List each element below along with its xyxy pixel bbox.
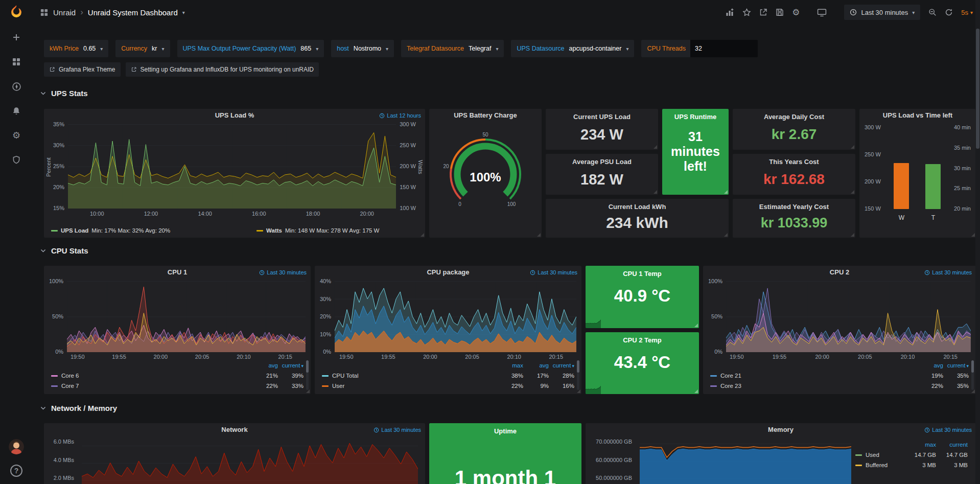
y-axis-right: 300 W250 W200 W150 W100 W (396, 124, 416, 209)
page-scrollbar-thumb[interactable] (976, 29, 979, 149)
legend-col-current[interactable]: current (936, 442, 968, 448)
legend-col-max[interactable]: max (498, 362, 523, 368)
server-admin-shield-icon[interactable] (8, 151, 25, 169)
legend-scrollbar-thumb[interactable] (577, 360, 579, 373)
panel-current-load-kwh: Current Load kWh 234 kWh (546, 199, 729, 238)
zoom-out-icon[interactable] (928, 8, 937, 16)
section-cpu-stats[interactable]: CPU Stats (40, 246, 88, 255)
panel-title[interactable]: Uptime (429, 427, 581, 435)
panel-time-override[interactable]: Last 30 minutes (374, 423, 421, 436)
panel-title[interactable]: UPS Load % (215, 111, 254, 119)
panel-title[interactable]: Estimated Yearly Cost (733, 203, 855, 211)
explore-compass-icon[interactable] (8, 78, 25, 95)
time-range-picker[interactable]: Last 30 minutes ▾ (844, 5, 920, 20)
legend-col-avg[interactable]: avg (523, 362, 549, 368)
add-panel-icon[interactable] (726, 8, 734, 17)
cpu-threads-input[interactable]: 32 (690, 40, 758, 57)
panel-title[interactable]: CPU package (427, 268, 469, 276)
memory-graph[interactable] (640, 437, 851, 484)
panel-title[interactable]: CPU 2 Temp (586, 336, 699, 344)
panel-title[interactable]: CPU 2 (830, 268, 849, 276)
cpu1-graph[interactable] (67, 281, 306, 352)
panel-title[interactable]: CPU 1 (168, 268, 187, 276)
legend-item-core7[interactable]: Core 7 (51, 383, 252, 389)
configuration-gear-icon[interactable]: ⚙ (8, 127, 25, 144)
cpu-package-graph[interactable] (335, 281, 576, 352)
save-icon[interactable] (776, 8, 784, 16)
legend-col-max[interactable]: max (904, 442, 936, 448)
bar-time-left[interactable] (925, 164, 941, 209)
panel-title[interactable]: This Years Cost (733, 158, 855, 166)
create-plus-icon[interactable] (8, 29, 25, 46)
breadcrumb-separator: › (80, 7, 83, 17)
panel-title[interactable]: Memory (768, 426, 794, 433)
variable-ups-max-output[interactable]: UPS Max Output Power Capacity (Watt) 865… (177, 40, 324, 57)
alerting-bell-icon[interactable] (8, 102, 25, 120)
cpu2-graph[interactable] (726, 281, 971, 352)
share-icon[interactable] (759, 8, 767, 16)
legend-col-avg[interactable]: avg (252, 362, 278, 368)
star-icon[interactable] (742, 8, 751, 17)
ups-load-graph[interactable] (68, 124, 396, 209)
refresh-icon[interactable] (945, 8, 953, 16)
legend-scrollbar-thumb[interactable] (306, 360, 309, 373)
legend-col-current[interactable]: current▾ (549, 362, 574, 368)
settings-gear-icon[interactable]: ⚙ (792, 8, 800, 17)
panel-time-override[interactable]: Last 30 minutes (924, 266, 972, 279)
time-range-caret-icon: ▾ (912, 10, 915, 15)
dashboards-icon[interactable] (8, 53, 25, 71)
battery-gauge: 0 20 50 100 100% (429, 131, 542, 209)
breadcrumb-dashboard-title[interactable]: Unraid System Dashboard (88, 8, 178, 17)
panel-time-override[interactable]: Last 30 minutes (924, 423, 972, 436)
panel-title[interactable]: Network (221, 426, 247, 433)
stat-value: kr 162.68 (733, 171, 855, 188)
dashboard-title-caret-icon[interactable]: ▾ (182, 10, 185, 15)
panel-title[interactable]: Average Daily Cost (733, 113, 855, 121)
legend-scrollbar-thumb[interactable] (971, 360, 974, 373)
variable-host[interactable]: host Nostromo ▾ (331, 40, 394, 57)
network-graph[interactable] (82, 440, 418, 484)
user-avatar[interactable] (9, 439, 24, 454)
link-ups-monitoring-guide[interactable]: Setting up Grafana and InfluxDB for UPS … (126, 62, 319, 77)
variable-ups-datasource[interactable]: UPS Datasource apcupsd-container ▾ (511, 40, 634, 57)
apps-grid-icon[interactable] (40, 8, 49, 17)
legend-max-value: 3 MB (904, 462, 936, 468)
legend-item-core23[interactable]: Core 23 (710, 383, 918, 389)
bar-watts[interactable] (894, 163, 909, 209)
panel-title[interactable]: UPS Battery Charge (454, 111, 517, 119)
breadcrumb-folder[interactable]: Unraid (53, 8, 76, 17)
panel-title[interactable]: Current UPS Load (546, 113, 658, 121)
legend-item-user[interactable]: User (322, 383, 498, 389)
help-icon[interactable]: ? (10, 465, 22, 477)
legend-item-watts[interactable]: Watts Min: 148 W Max: 278 W Avg: 175 W (256, 227, 379, 234)
legend-item-ups-load[interactable]: UPS Load Min: 17% Max: 32% Avg: 20% (51, 227, 256, 234)
legend-col-current[interactable]: current▾ (278, 362, 304, 368)
panel-time-override[interactable]: Last 30 minutes (530, 266, 577, 279)
panel-title[interactable]: UPS Runtime (662, 113, 729, 121)
panel-time-override[interactable]: Last 30 minutes (259, 266, 307, 279)
link-grafana-plex-theme[interactable]: Grafana Plex Theme (44, 62, 121, 77)
legend-item-used[interactable]: Used (855, 452, 904, 458)
cycle-view-tv-icon[interactable] (817, 8, 827, 17)
variable-cpu-threads[interactable]: CPU Threads 32 (641, 40, 752, 57)
variable-kwh-price[interactable]: kWh Price 0.65 ▾ (44, 40, 108, 57)
section-ups-stats[interactable]: UPS Stats (40, 89, 88, 98)
panel-title[interactable]: Average PSU Load (546, 158, 658, 166)
panel-time-override[interactable]: Last 12 hours (379, 109, 421, 122)
legend-item-core21[interactable]: Core 21 (710, 373, 918, 379)
legend-col-avg[interactable]: avg (918, 362, 943, 368)
legend-item-buffered[interactable]: Buffered (855, 462, 904, 468)
refresh-interval-picker[interactable]: 5s ▾ (961, 9, 973, 16)
legend-col-current[interactable]: current▾ (943, 362, 969, 368)
panel-title[interactable]: Current Load kWh (546, 203, 729, 211)
panel-title[interactable]: UPS Load vs Time left (883, 111, 952, 119)
series-marker (256, 230, 263, 232)
variable-currency[interactable]: Currency kr ▾ (115, 40, 170, 57)
variable-telegraf-datasource[interactable]: Telegraf Datasource Telegraf ▾ (401, 40, 504, 57)
grafana-logo-icon[interactable] (8, 4, 25, 21)
legend-item-cpu-total[interactable]: CPU Total (322, 373, 498, 379)
panel-title[interactable]: CPU 1 Temp (586, 270, 699, 278)
legend-item-core6[interactable]: Core 6 (51, 373, 252, 379)
panel-cpu-1: CPU 1 Last 30 minutes 100%50%0% 19:5019:… (44, 266, 311, 394)
section-network-memory[interactable]: Network / Memory (40, 404, 117, 412)
